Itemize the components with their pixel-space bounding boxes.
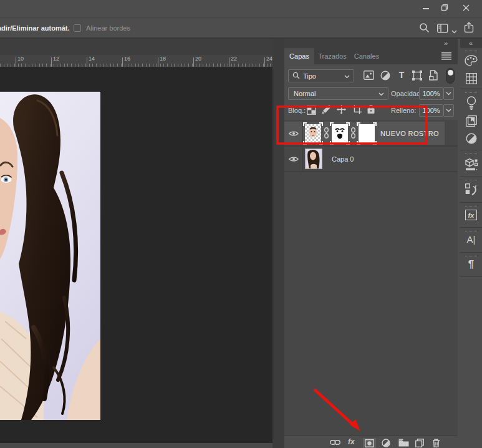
share-icon[interactable] xyxy=(464,22,475,35)
drag-handle[interactable] xyxy=(465,231,477,231)
ruler-tick xyxy=(67,64,68,67)
lock-image-pixels-icon[interactable] xyxy=(322,105,331,115)
chevron-down-icon xyxy=(344,72,350,80)
drag-handle[interactable] xyxy=(465,153,477,154)
filter-shape-layers-icon[interactable] xyxy=(412,71,422,82)
lock-transparent-pixels-icon[interactable] xyxy=(307,105,316,116)
ruler-tick xyxy=(42,64,43,67)
drag-handle[interactable] xyxy=(465,206,477,207)
layer-name[interactable]: Capa 0 xyxy=(332,155,354,163)
layer-mask-thumbnail-face-features[interactable] xyxy=(332,124,348,143)
ruler-major-tick xyxy=(16,57,16,67)
chevron-down-icon[interactable] xyxy=(451,27,457,35)
ruler-tick xyxy=(25,64,26,67)
ruler-tick xyxy=(217,64,218,67)
new-adjustment-layer-button[interactable] xyxy=(382,439,390,448)
layers-panel: » Capas Trazados Canales Tipo xyxy=(284,39,458,448)
layer-visibility-toggle[interactable] xyxy=(284,147,303,171)
fill-dropdown-button[interactable] xyxy=(443,104,454,117)
new-group-button[interactable] xyxy=(398,439,409,448)
fill-value: 100% xyxy=(422,107,440,114)
panel-tabs: Capas Trazados Canales xyxy=(284,48,458,64)
libraries-panel-icon[interactable] xyxy=(460,115,482,127)
ruler-tick xyxy=(82,64,82,67)
3d-panel-icon[interactable] xyxy=(460,157,482,172)
filter-type-layers-icon[interactable]: T xyxy=(397,70,406,80)
paragraph-panel-icon[interactable]: ¶ xyxy=(460,258,482,271)
learn-panel-icon[interactable] xyxy=(460,96,482,110)
fill-value-field[interactable]: 100% xyxy=(419,104,443,117)
close-button[interactable] xyxy=(456,1,475,15)
ruler-tick xyxy=(142,64,143,67)
tab-capas[interactable]: Capas xyxy=(284,48,314,64)
tab-capas-label: Capas xyxy=(289,52,309,60)
opacity-dropdown-button[interactable] xyxy=(443,87,454,100)
ruler-tick xyxy=(18,64,19,67)
styles-panel-icon[interactable]: fx xyxy=(460,210,482,220)
ruler-tick xyxy=(57,64,57,67)
filter-toggle-switch[interactable] xyxy=(446,68,455,84)
ruler-tick xyxy=(231,64,232,67)
drag-handle[interactable] xyxy=(465,51,477,51)
row-divider xyxy=(284,171,458,172)
align-edges-checkbox[interactable] xyxy=(74,24,81,32)
opacity-value: 100% xyxy=(422,90,440,97)
filter-smart-objects-icon[interactable] xyxy=(429,70,438,82)
history-panel-icon[interactable] xyxy=(460,183,482,197)
swatches-panel-icon[interactable] xyxy=(460,73,482,84)
drag-handle[interactable] xyxy=(465,92,477,93)
lock-position-icon[interactable] xyxy=(337,105,346,115)
ruler-tick xyxy=(21,64,22,67)
layer-styles-button[interactable]: fx xyxy=(348,437,355,446)
ruler-tick xyxy=(178,64,178,67)
opacity-value-field[interactable]: 100% xyxy=(419,87,443,100)
delete-layer-button[interactable] xyxy=(432,439,440,448)
lock-artboard-nesting-icon[interactable] xyxy=(352,105,362,115)
drag-handle[interactable] xyxy=(465,256,477,256)
filter-type-dropdown[interactable]: Tipo xyxy=(288,69,354,82)
ruler-number: 10 xyxy=(17,56,24,62)
ruler-tick xyxy=(160,64,161,67)
ruler-number: 14 xyxy=(89,56,95,62)
chevron-down-icon xyxy=(378,90,384,97)
workspace-switcher-icon[interactable] xyxy=(437,24,448,34)
search-small-icon xyxy=(292,72,300,80)
lock-all-icon[interactable] xyxy=(367,104,375,115)
adjustments-panel-icon[interactable] xyxy=(460,133,482,144)
character-panel-icon[interactable]: A| xyxy=(460,234,482,245)
link-layers-button[interactable] xyxy=(330,439,340,447)
vector-mask-thumbnail-white[interactable] xyxy=(359,124,375,143)
layer-row-nuevo-rostro[interactable]: NUEVO ROSTRO xyxy=(284,122,458,145)
drag-handle[interactable] xyxy=(465,180,477,180)
canvas-image-woman-portrait[interactable] xyxy=(0,92,100,420)
expand-panels-icon[interactable]: « xyxy=(469,39,471,47)
minimize-button[interactable] xyxy=(417,1,435,15)
restore-button[interactable] xyxy=(435,1,454,15)
ruler-tick xyxy=(188,64,189,67)
add-layer-mask-button[interactable] xyxy=(363,438,376,448)
collapse-panel-icon[interactable]: » xyxy=(444,39,446,47)
search-icon[interactable] xyxy=(419,22,430,35)
layer-visibility-toggle[interactable] xyxy=(284,122,303,145)
ruler-tick xyxy=(167,64,168,67)
opacity-label: Opacidad: xyxy=(391,87,422,100)
ruler-major-tick xyxy=(193,57,194,67)
panel-menu-icon[interactable] xyxy=(441,52,451,61)
filter-pixel-layers-icon[interactable] xyxy=(364,71,374,81)
blend-mode-dropdown[interactable]: Normal xyxy=(288,87,388,100)
ruler-tick xyxy=(185,64,185,67)
ruler-tick xyxy=(46,64,47,67)
layer-thumbnail-transparent-face[interactable] xyxy=(305,124,321,143)
ruler-tick xyxy=(224,64,224,67)
tab-canales[interactable]: Canales xyxy=(350,48,383,64)
color-panel-icon[interactable] xyxy=(460,55,482,66)
ruler-tick xyxy=(78,64,79,67)
layer-name[interactable]: NUEVO ROSTRO xyxy=(380,130,439,137)
tab-trazados[interactable]: Trazados xyxy=(314,48,350,64)
new-layer-button[interactable] xyxy=(415,439,424,448)
tab-canales-label: Canales xyxy=(354,52,379,60)
layer-row-capa-0[interactable]: Capa 0 xyxy=(284,147,458,171)
ruler-tick xyxy=(138,64,139,67)
layer-thumbnail-photo[interactable] xyxy=(305,149,322,169)
filter-adjustment-layers-icon[interactable] xyxy=(380,71,390,82)
